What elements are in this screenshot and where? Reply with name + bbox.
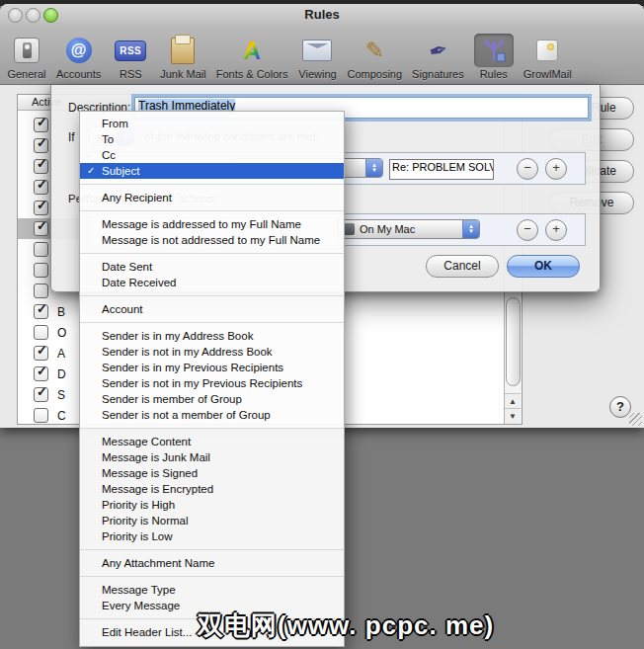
menu-item-cc[interactable]: Cc bbox=[80, 147, 344, 163]
menu-item-priority-is-high[interactable]: Priority is High bbox=[80, 497, 344, 513]
menu-item-label: Priority is Normal bbox=[102, 515, 189, 527]
menu-item-label: Priority is High bbox=[102, 499, 175, 511]
rule-checkbox-unchecked[interactable] bbox=[34, 325, 48, 340]
rule-checkbox-checked[interactable]: ✓ bbox=[34, 201, 48, 215]
toolbar-item-signatures[interactable]: ✒ Signatures bbox=[407, 33, 469, 81]
menu-item-sender-is-in-my-previous-recipients[interactable]: Sender is in my Previous Recipients bbox=[80, 360, 344, 375]
menu-item-label: Subject bbox=[102, 165, 139, 177]
ok-button[interactable]: OK bbox=[507, 255, 580, 278]
popup-stepper-icon: ▲▼ bbox=[462, 220, 479, 238]
menu-item-date-sent[interactable]: Date Sent bbox=[80, 259, 344, 275]
menu-item-subject[interactable]: ✓Subject bbox=[80, 163, 344, 179]
trash-mailbox-icon bbox=[344, 223, 355, 235]
menu-item-label: Sender is member of Group bbox=[102, 393, 242, 405]
menu-item-message-content[interactable]: Message Content bbox=[80, 434, 344, 449]
menu-item-sender-is-not-a-member-of-group[interactable]: Sender is not a member of Group bbox=[80, 407, 344, 423]
menu-item-sender-is-in-my-address-book[interactable]: Sender is in my Address Book bbox=[80, 328, 344, 344]
rule-description-fragment: D bbox=[57, 367, 66, 381]
remove-action-button[interactable]: − bbox=[517, 219, 538, 241]
menu-item-priority-is-normal[interactable]: Priority is Normal bbox=[80, 513, 344, 528]
rule-description-fragment: A bbox=[57, 347, 65, 361]
menu-item-message-is-encrypted[interactable]: Message is Encrypted bbox=[80, 481, 344, 497]
menu-item-sender-is-not-in-my-address-book[interactable]: Sender is not in my Address Book bbox=[80, 344, 344, 360]
rule-checkbox-unchecked[interactable] bbox=[34, 263, 48, 278]
remove-condition-button[interactable]: − bbox=[517, 158, 538, 180]
menu-separator bbox=[80, 549, 344, 550]
toolbar-item-rules[interactable]: Rules bbox=[469, 33, 519, 81]
toolbar-item-rss[interactable]: RSS RSS bbox=[106, 33, 155, 81]
menu-item-label: Message is not addressed to my Full Name bbox=[102, 234, 320, 246]
menu-item-any-recipient[interactable]: Any Recipient bbox=[80, 190, 344, 205]
menu-item-label: From bbox=[102, 118, 128, 129]
if-label: If bbox=[68, 130, 75, 144]
menu-item-to[interactable]: To bbox=[80, 131, 344, 147]
mailbox-popup[interactable]: On My Mac ▲▼ bbox=[337, 219, 480, 239]
rule-checkbox-checked[interactable]: ✓ bbox=[34, 159, 48, 174]
menu-item-any-attachment-name[interactable]: Any Attachment Name bbox=[80, 555, 344, 571]
menu-item-label: Cc bbox=[102, 149, 116, 161]
menu-item-account[interactable]: Account bbox=[80, 301, 344, 317]
toolbar-item-general[interactable]: General bbox=[2, 33, 51, 81]
cancel-button[interactable]: Cancel bbox=[426, 255, 499, 278]
menu-item-label: Message is Signed bbox=[102, 467, 198, 479]
menu-separator bbox=[80, 253, 344, 254]
menu-separator bbox=[80, 295, 344, 296]
menu-separator bbox=[80, 428, 344, 429]
menu-item-label: To bbox=[102, 133, 114, 145]
rule-checkbox-checked[interactable]: ✓ bbox=[34, 118, 48, 132]
menu-item-sender-is-member-of-group[interactable]: Sender is member of Group bbox=[80, 391, 344, 407]
scrollbar-thumb[interactable] bbox=[506, 297, 521, 386]
signatures-icon: ✒ bbox=[426, 36, 450, 65]
menu-item-message-is-addressed-to-my-full-name[interactable]: Message is addressed to my Full Name bbox=[80, 216, 344, 232]
rule-checkbox-checked[interactable]: ✓ bbox=[34, 180, 48, 195]
rule-description-fragment: O bbox=[57, 326, 66, 340]
rule-checkbox-checked[interactable]: ✓ bbox=[34, 304, 48, 319]
menu-separator bbox=[80, 576, 344, 577]
help-button[interactable]: ? bbox=[609, 396, 631, 418]
add-condition-button[interactable]: + bbox=[545, 158, 567, 180]
menu-item-label: Sender is in my Previous Recipients bbox=[102, 362, 283, 373]
menu-item-label: Message is addressed to my Full Name bbox=[102, 218, 301, 230]
scroll-down-arrow[interactable]: ▼ bbox=[505, 408, 521, 424]
rules-branching-arrows-icon bbox=[481, 38, 507, 63]
rule-checkbox-checked[interactable]: ✓ bbox=[34, 387, 48, 402]
menu-separator bbox=[80, 184, 344, 185]
menu-item-date-received[interactable]: Date Received bbox=[80, 275, 344, 290]
menu-item-message-is-signed[interactable]: Message is Signed bbox=[80, 465, 344, 481]
rule-checkbox-unchecked[interactable] bbox=[34, 242, 48, 257]
scroll-up-arrow[interactable]: ▲ bbox=[505, 393, 521, 409]
viewing-icon bbox=[302, 40, 332, 61]
menu-item-label: Message Type bbox=[102, 584, 176, 596]
toolbar-item-junk-mail[interactable]: Junk Mail bbox=[155, 33, 210, 81]
condition-type-menu: FromToCc✓SubjectAny RecipientMessage is … bbox=[79, 111, 345, 647]
menu-item-message-is-not-addressed-to-my-full-name[interactable]: Message is not addressed to my Full Name bbox=[80, 232, 344, 248]
toolbar-item-accounts[interactable]: @ Accounts bbox=[51, 33, 106, 81]
toolbar-item-viewing[interactable]: Viewing bbox=[292, 33, 342, 81]
resize-grip[interactable] bbox=[629, 413, 642, 426]
menu-item-from[interactable]: From bbox=[80, 116, 344, 131]
toolbar-item-growlmail[interactable]: GrowlMail bbox=[519, 33, 577, 81]
titlebar[interactable]: Rules bbox=[0, 4, 644, 26]
rule-checkbox-checked[interactable]: ✓ bbox=[34, 366, 48, 381]
toolbar-item-composing[interactable]: ✎ Composing bbox=[342, 33, 407, 81]
rule-checkbox-unchecked[interactable] bbox=[34, 284, 48, 298]
menu-item-label: Account bbox=[102, 303, 143, 315]
checkmark-icon: ✓ bbox=[87, 163, 95, 179]
menu-item-label: Sender is not a member of Group bbox=[102, 409, 271, 421]
menu-item-label: Edit Header List... bbox=[102, 626, 192, 638]
menu-item-message-type[interactable]: Message Type bbox=[80, 582, 344, 598]
menu-item-priority-is-low[interactable]: Priority is Low bbox=[80, 528, 344, 544]
accounts-icon: @ bbox=[66, 38, 92, 63]
menu-item-sender-is-not-in-my-previous-recipients[interactable]: Sender is not in my Previous Recipients bbox=[80, 375, 344, 391]
menu-item-label: Sender is not in my Address Book bbox=[102, 346, 273, 358]
rule-checkbox-checked[interactable]: ✓ bbox=[34, 221, 48, 236]
add-action-button[interactable]: + bbox=[545, 219, 567, 241]
toolbar-item-fonts-colors[interactable]: A Fonts & Colors bbox=[211, 33, 293, 81]
condition-value-input[interactable]: Re: PROBLEM SOLV bbox=[389, 159, 494, 180]
rule-checkbox-unchecked[interactable] bbox=[34, 408, 48, 423]
rule-checkbox-checked[interactable]: ✓ bbox=[34, 138, 48, 153]
rule-checkbox-checked[interactable]: ✓ bbox=[34, 346, 48, 361]
window-title: Rules bbox=[0, 7, 644, 22]
menu-item-label: Date Received bbox=[102, 277, 176, 288]
menu-item-message-is-junk-mail[interactable]: Message is Junk Mail bbox=[80, 449, 344, 465]
